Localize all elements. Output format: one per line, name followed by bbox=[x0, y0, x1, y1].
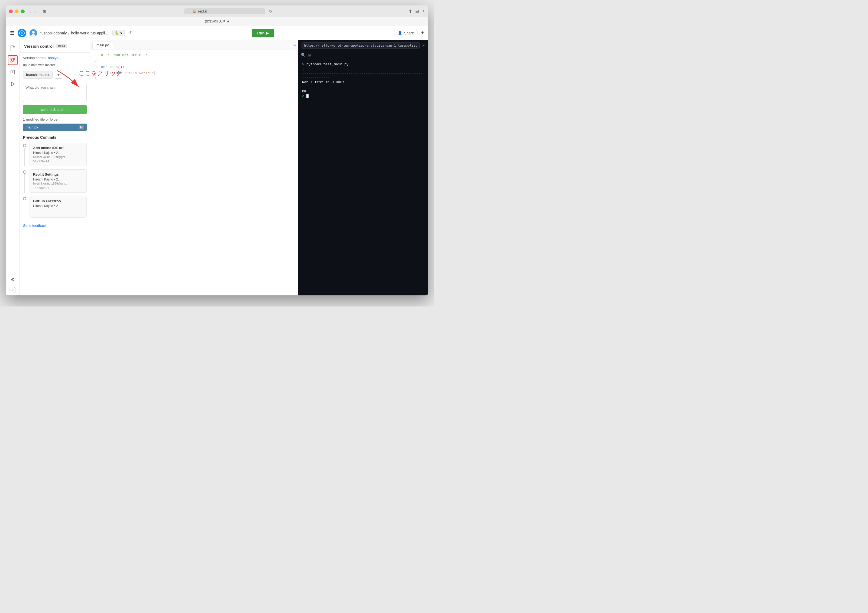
commit-dot-col bbox=[23, 196, 26, 217]
code-line: 3 def main(): bbox=[90, 65, 298, 71]
vc-header: Version control BETA bbox=[20, 40, 90, 53]
commit-dot-col bbox=[23, 169, 26, 193]
line-number: 2 bbox=[90, 59, 101, 63]
commit-title: Add online IDE url bbox=[33, 146, 83, 150]
terminal-search-button[interactable]: 🔍 bbox=[301, 53, 305, 57]
commit-message-input[interactable] bbox=[23, 83, 87, 102]
previous-commits-title: Previous Commits bbox=[23, 135, 87, 140]
close-button[interactable] bbox=[9, 9, 13, 13]
editor-tab-main-py[interactable]: main.py bbox=[92, 41, 113, 49]
minimize-button[interactable] bbox=[15, 9, 19, 13]
vc-breadcrumb: Version control analyti... bbox=[23, 56, 87, 60]
commit-email: hiroshi.kajino.1989@gm... bbox=[33, 155, 83, 158]
appbar-right: 👤 Share + bbox=[394, 29, 424, 37]
history-button[interactable]: ↺ bbox=[128, 30, 132, 36]
line-number: 4 bbox=[90, 71, 101, 75]
active-tab[interactable]: 東京理科大学 ∨ bbox=[205, 19, 229, 24]
terminal-line: ----------------------------------------… bbox=[302, 71, 425, 80]
sidebar-icons: ⚙ ? bbox=[6, 40, 20, 295]
menu-button[interactable]: ☰ bbox=[10, 30, 14, 36]
help-button[interactable]: ? bbox=[9, 287, 16, 293]
code-line: 5 bbox=[90, 77, 298, 83]
breadcrumb-separator: / bbox=[68, 31, 69, 35]
commit-timeline: Add online IDE url Hiroshi Kajino • 2...… bbox=[23, 143, 87, 221]
code-text: def main(): bbox=[101, 65, 124, 69]
address-bar[interactable]: 🔒 repl.it bbox=[184, 8, 265, 14]
terminal: ⤤ 🔍 ⊠ > python3 test_main.py . ---------… bbox=[298, 40, 428, 295]
terminal-cursor bbox=[306, 94, 308, 98]
open-external-button[interactable]: ⤤ bbox=[422, 43, 425, 48]
python-chevron: ∨ bbox=[120, 31, 122, 35]
code-text: return "Hello world!" bbox=[101, 71, 154, 75]
vc-breadcrumb-left: Version control bbox=[23, 56, 46, 60]
commit-card[interactable]: Repl.it Settings Hiroshi Kajino • 2... h… bbox=[29, 169, 87, 193]
tab-title: 東京理科大学 bbox=[205, 19, 226, 24]
share-icon-button[interactable]: ⬆ bbox=[409, 9, 412, 14]
file-modified-badge: M bbox=[79, 126, 84, 129]
terminal-url-input[interactable] bbox=[302, 42, 420, 49]
settings-button[interactable]: ⚙ bbox=[8, 275, 18, 284]
commit-push-label: commit & push → bbox=[41, 107, 69, 112]
terminal-line: Ran 1 test in 0.000s bbox=[302, 80, 425, 84]
run-debug-button[interactable] bbox=[8, 79, 18, 89]
share-button[interactable]: 👤 Share bbox=[394, 29, 417, 37]
terminal-content: > python3 test_main.py . ---------------… bbox=[298, 59, 428, 295]
code-line: 2 bbox=[90, 59, 298, 65]
commit-card[interactable]: GitHub Classroo... Hiroshi Kajino • 2 bbox=[29, 196, 87, 217]
commit-item: Add online IDE url Hiroshi Kajino • 2...… bbox=[23, 143, 87, 166]
fullscreen-button[interactable] bbox=[21, 9, 25, 13]
add-tab-button[interactable]: + bbox=[422, 8, 425, 14]
terminal-command: python3 test_main.py bbox=[306, 62, 349, 67]
share-label: Share bbox=[404, 31, 414, 35]
code-text bbox=[101, 77, 103, 81]
svg-marker-8 bbox=[11, 82, 15, 86]
commit-line bbox=[24, 174, 25, 193]
terminal-clear-button[interactable]: ⊠ bbox=[308, 53, 311, 57]
commit-item: Repl.it Settings Hiroshi Kajino • 2... h… bbox=[23, 169, 87, 193]
forward-button[interactable]: › bbox=[34, 9, 38, 14]
terminal-prompt: > bbox=[302, 94, 304, 98]
send-feedback-link[interactable]: Send feedback bbox=[23, 221, 87, 229]
version-control-panel: Version control BETA Version control ana… bbox=[20, 40, 90, 295]
vc-title: Version control bbox=[24, 44, 54, 48]
user-avatar bbox=[29, 29, 37, 37]
editor-menu-button[interactable]: ≡ bbox=[293, 43, 296, 47]
terminal-line: > bbox=[302, 94, 425, 98]
terminal-url-bar: ⤤ bbox=[298, 40, 428, 51]
line-number: 5 bbox=[90, 77, 101, 81]
terminal-line: . bbox=[302, 67, 425, 71]
app-logo bbox=[18, 29, 26, 37]
commit-author: Hiroshi Kajino • 2... bbox=[33, 151, 83, 155]
terminal-line: OK bbox=[302, 89, 425, 93]
packages-button[interactable] bbox=[8, 67, 18, 77]
code-editor-content[interactable]: 1 # -*- coding: utf-8 -*- 2 3 def main()… bbox=[90, 50, 298, 295]
commit-hash: 56e97baf4 bbox=[33, 160, 83, 163]
commit-title: Repl.it Settings bbox=[33, 172, 83, 177]
terminal-output: Ran 1 test in 0.000s bbox=[302, 80, 344, 84]
code-line: 1 # -*- coding: utf-8 -*- bbox=[90, 53, 298, 59]
beta-badge: BETA bbox=[56, 44, 67, 48]
branch-selector[interactable]: branch: master bbox=[23, 71, 53, 79]
commit-dot bbox=[23, 171, 26, 174]
back-button[interactable]: ‹ bbox=[28, 9, 33, 14]
titlebar: ‹ › ⊞ 🔒 repl.it ↻ ⬆ ⊞ + bbox=[6, 5, 428, 17]
run-button[interactable]: Run ▶ bbox=[252, 29, 274, 37]
new-tab-button[interactable]: ⊞ bbox=[415, 9, 419, 14]
add-branch-button[interactable]: + bbox=[55, 71, 62, 79]
commit-title: GitHub Classroo... bbox=[33, 199, 83, 203]
appbar-add-button[interactable]: + bbox=[421, 30, 424, 36]
reload-button[interactable]: ↻ bbox=[269, 9, 272, 14]
modified-label: 1 modified file or folder bbox=[23, 117, 87, 121]
breadcrumb-user: tusappliedanaly bbox=[40, 31, 67, 35]
commit-push-button[interactable]: commit & push → bbox=[23, 105, 87, 114]
tab-switcher-button[interactable]: ⊞ bbox=[41, 9, 48, 14]
modified-file-item[interactable]: main.py M bbox=[23, 124, 87, 131]
branch-row: branch: master + bbox=[23, 71, 87, 79]
code-text bbox=[101, 59, 103, 63]
lock-icon: 🔒 bbox=[192, 9, 197, 13]
file-explorer-button[interactable] bbox=[8, 43, 18, 53]
vc-body: Version control analyti... up to date wi… bbox=[20, 53, 90, 295]
commit-card[interactable]: Add online IDE url Hiroshi Kajino • 2...… bbox=[29, 143, 87, 166]
version-control-button[interactable] bbox=[8, 55, 18, 65]
python-badge[interactable]: 🐍 ∨ bbox=[112, 30, 125, 36]
